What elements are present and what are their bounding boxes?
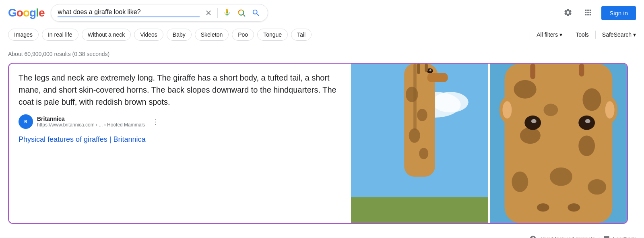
settings-button[interactable] [561, 6, 575, 21]
search-divider [217, 8, 218, 18]
svg-point-17 [419, 148, 428, 159]
footer-dot: • [598, 236, 600, 238]
svg-rect-13 [425, 64, 428, 72]
snippet-source: B Britannica https://www.britannica.com … [19, 114, 341, 129]
giraffe-1-svg [351, 64, 488, 223]
svg-point-35 [568, 203, 580, 211]
tab-videos[interactable]: Videos [134, 29, 163, 41]
svg-point-29 [588, 179, 606, 195]
giraffe-image-1[interactable] [351, 64, 488, 223]
tabs-divider2 [569, 31, 569, 39]
google-logo[interactable]: Google [8, 6, 44, 19]
tabs-right-controls: All filters ▾ Tools SafeSearch ▾ [530, 31, 636, 42]
svg-point-11 [429, 69, 431, 71]
svg-point-24 [520, 127, 541, 144]
apps-button[interactable] [581, 6, 595, 21]
safesearch-button[interactable]: SafeSearch ▾ [602, 31, 636, 38]
tab-without-neck[interactable]: Without a neck [82, 29, 131, 41]
feedback-icon [603, 236, 610, 238]
tab-images[interactable]: Images [8, 29, 39, 41]
svg-point-41 [605, 101, 615, 118]
clear-icon [204, 9, 213, 17]
search-bar: what does a giraffe look like? [51, 4, 268, 22]
svg-point-27 [550, 168, 572, 186]
svg-point-39 [502, 101, 512, 118]
search-input[interactable]: what does a giraffe look like? [58, 8, 200, 16]
svg-point-34 [537, 203, 549, 211]
results-area: About 60,900,000 results (0.38 seconds) … [0, 44, 636, 230]
tab-tail[interactable]: Tail [291, 29, 312, 41]
lens-icon [237, 8, 246, 17]
search-underline [58, 17, 200, 17]
apps-icon [584, 8, 592, 17]
giraffe-2-svg [490, 64, 627, 223]
header: Google what does a giraffe look like? [0, 0, 644, 26]
source-url: https://www.britannica.com › ... › Hoofe… [37, 122, 145, 128]
svg-rect-19 [351, 197, 488, 223]
britannica-logo-icon: B [21, 117, 30, 126]
svg-rect-36 [530, 64, 535, 79]
tabs-divider [530, 31, 530, 39]
search-icon [252, 8, 260, 17]
snippet-link[interactable]: Physical features of giraffes | Britanni… [19, 135, 341, 144]
svg-point-25 [578, 136, 595, 156]
search-button[interactable] [251, 8, 261, 18]
svg-point-33 [585, 119, 590, 123]
mic-icon [223, 8, 231, 17]
snippet-text: The legs and neck are extremely long. Th… [19, 72, 341, 108]
sign-in-label: Sign in [609, 10, 628, 17]
tab-poo[interactable]: Poo [232, 29, 254, 41]
tab-skeleton[interactable]: Skeleton [195, 29, 229, 41]
svg-point-26 [544, 104, 558, 116]
about-snippets-text[interactable]: About featured snippets [540, 236, 595, 238]
header-right: Sign in [561, 6, 636, 21]
svg-point-16 [409, 128, 420, 143]
svg-point-22 [514, 80, 537, 99]
svg-point-15 [417, 109, 427, 121]
mic-button[interactable] [222, 8, 232, 18]
tab-in-real-life[interactable]: In real life [42, 29, 78, 41]
all-filters-button[interactable]: All filters ▾ [537, 31, 562, 38]
tab-tongue[interactable]: Tongue [257, 29, 288, 41]
lens-button[interactable] [236, 8, 247, 18]
svg-rect-9 [427, 73, 448, 82]
svg-rect-12 [417, 64, 420, 74]
bottom-bar: About featured snippets • Feedback [0, 232, 644, 238]
gear-icon [564, 8, 572, 17]
svg-rect-18 [413, 64, 417, 130]
svg-line-1 [244, 14, 245, 16]
svg-point-28 [512, 172, 528, 192]
svg-point-31 [531, 119, 537, 123]
source-name: Britannica [37, 116, 145, 122]
britannica-icon: B [19, 114, 33, 129]
tabs-divider3 [595, 31, 596, 39]
source-more-button[interactable]: ⋮ [152, 117, 159, 126]
search-input-wrapper: what does a giraffe look like? [58, 8, 200, 17]
svg-text:B: B [24, 120, 27, 124]
featured-snippet: The legs and neck are extremely long. Th… [8, 63, 628, 224]
help-circle-icon [529, 235, 537, 238]
search-tabs: Images In real life Without a neck Video… [0, 26, 644, 44]
tools-button[interactable]: Tools [576, 31, 589, 38]
svg-point-23 [582, 88, 601, 111]
clear-button[interactable] [204, 8, 213, 18]
giraffe-image-2[interactable] [490, 64, 627, 223]
sign-in-button[interactable]: Sign in [601, 6, 636, 20]
tab-baby[interactable]: Baby [167, 29, 192, 41]
snippet-images [351, 64, 627, 223]
safesearch-chevron-icon: ▾ [633, 31, 636, 38]
svg-rect-37 [579, 64, 584, 77]
chevron-down-icon: ▾ [559, 31, 562, 38]
source-info: Britannica https://www.britannica.com › … [37, 116, 145, 128]
results-count: About 60,900,000 results (0.38 seconds) [8, 51, 628, 57]
feedback-text[interactable]: Feedback [613, 236, 636, 238]
snippet-left: The legs and neck are extremely long. Th… [9, 64, 351, 223]
svg-point-6 [432, 92, 468, 112]
